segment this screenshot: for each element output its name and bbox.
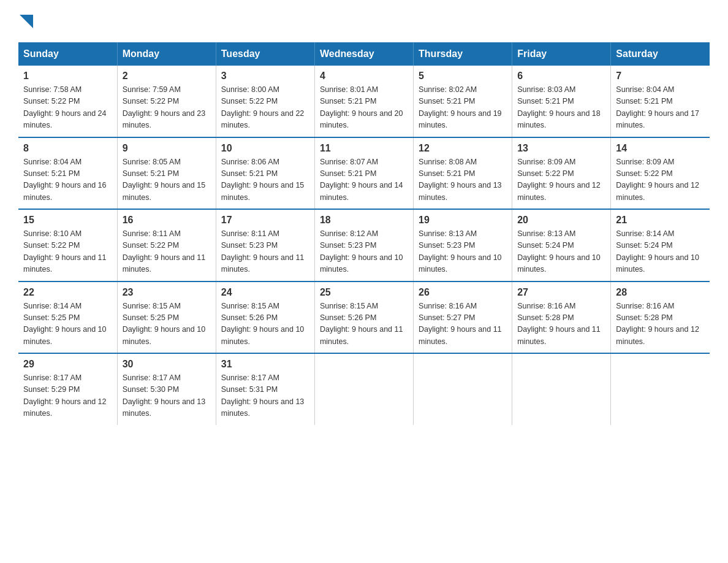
day-number: 24 [221, 287, 309, 298]
day-number: 17 [221, 215, 309, 226]
weekday-header-thursday: Thursday [414, 42, 512, 66]
calendar-cell: 26 Sunrise: 8:16 AMSunset: 5:27 PMDaylig… [414, 282, 512, 354]
day-info: Sunrise: 8:16 AMSunset: 5:27 PMDaylight:… [419, 301, 507, 348]
calendar-cell [611, 353, 710, 425]
day-info: Sunrise: 8:15 AMSunset: 5:26 PMDaylight:… [320, 301, 408, 348]
day-number: 7 [616, 71, 705, 82]
day-number: 30 [123, 359, 211, 370]
day-number: 21 [616, 215, 705, 226]
calendar-week-row: 29 Sunrise: 8:17 AMSunset: 5:29 PMDaylig… [18, 353, 710, 425]
page-header [18, 12, 710, 30]
weekday-header-sunday: Sunday [18, 42, 117, 66]
day-info: Sunrise: 8:15 AMSunset: 5:26 PMDaylight:… [221, 301, 309, 348]
day-number: 18 [320, 215, 408, 226]
calendar-week-row: 15 Sunrise: 8:10 AMSunset: 5:22 PMDaylig… [18, 209, 710, 282]
day-info: Sunrise: 8:15 AMSunset: 5:25 PMDaylight:… [123, 301, 211, 348]
day-number: 8 [23, 143, 112, 154]
calendar-cell: 27 Sunrise: 8:16 AMSunset: 5:28 PMDaylig… [512, 282, 611, 354]
calendar-cell [512, 353, 611, 425]
day-number: 20 [517, 215, 605, 226]
weekday-header-saturday: Saturday [611, 42, 710, 66]
day-number: 19 [419, 215, 507, 226]
calendar-cell: 21 Sunrise: 8:14 AMSunset: 5:24 PMDaylig… [611, 209, 710, 282]
day-info: Sunrise: 8:17 AMSunset: 5:31 PMDaylight:… [221, 372, 309, 420]
day-info: Sunrise: 8:11 AMSunset: 5:22 PMDaylight:… [123, 228, 211, 276]
calendar-cell: 2 Sunrise: 7:59 AMSunset: 5:22 PMDayligh… [117, 66, 216, 137]
weekday-header-monday: Monday [117, 42, 216, 66]
day-info: Sunrise: 8:08 AMSunset: 5:21 PMDaylight:… [419, 156, 507, 204]
calendar-cell: 15 Sunrise: 8:10 AMSunset: 5:22 PMDaylig… [18, 209, 117, 282]
day-number: 2 [123, 71, 211, 82]
day-number: 26 [419, 287, 507, 298]
day-info: Sunrise: 8:14 AMSunset: 5:25 PMDaylight:… [23, 301, 112, 348]
day-info: Sunrise: 8:11 AMSunset: 5:23 PMDaylight:… [221, 228, 309, 276]
day-number: 29 [23, 359, 112, 370]
day-number: 14 [616, 143, 705, 154]
weekday-header-friday: Friday [512, 42, 611, 66]
day-number: 23 [123, 287, 211, 298]
calendar-cell: 24 Sunrise: 8:15 AMSunset: 5:26 PMDaylig… [216, 282, 314, 354]
day-number: 13 [517, 143, 605, 154]
calendar-week-row: 1 Sunrise: 7:58 AMSunset: 5:22 PMDayligh… [18, 66, 710, 137]
calendar-cell: 4 Sunrise: 8:01 AMSunset: 5:21 PMDayligh… [314, 66, 413, 137]
day-info: Sunrise: 8:14 AMSunset: 5:24 PMDaylight:… [616, 228, 705, 276]
day-number: 11 [320, 143, 408, 154]
weekday-header-tuesday: Tuesday [216, 42, 314, 66]
weekday-header-row: SundayMondayTuesdayWednesdayThursdayFrid… [18, 42, 710, 66]
calendar-cell: 31 Sunrise: 8:17 AMSunset: 5:31 PMDaylig… [216, 353, 314, 425]
logo-arrow-icon [20, 15, 33, 28]
calendar-cell: 14 Sunrise: 8:09 AMSunset: 5:22 PMDaylig… [611, 137, 710, 210]
calendar-cell: 17 Sunrise: 8:11 AMSunset: 5:23 PMDaylig… [216, 209, 314, 282]
day-info: Sunrise: 8:10 AMSunset: 5:22 PMDaylight:… [23, 228, 112, 276]
calendar-cell: 9 Sunrise: 8:05 AMSunset: 5:21 PMDayligh… [117, 137, 216, 210]
svg-marker-0 [20, 15, 33, 28]
day-info: Sunrise: 8:02 AMSunset: 5:21 PMDaylight:… [419, 84, 507, 132]
day-info: Sunrise: 7:58 AMSunset: 5:22 PMDaylight:… [23, 84, 112, 132]
calendar-cell: 25 Sunrise: 8:15 AMSunset: 5:26 PMDaylig… [314, 282, 413, 354]
day-info: Sunrise: 8:09 AMSunset: 5:22 PMDaylight:… [616, 156, 705, 204]
calendar-table: SundayMondayTuesdayWednesdayThursdayFrid… [18, 42, 710, 425]
day-info: Sunrise: 8:01 AMSunset: 5:21 PMDaylight:… [320, 84, 408, 132]
day-info: Sunrise: 8:06 AMSunset: 5:21 PMDaylight:… [221, 156, 309, 204]
day-number: 10 [221, 143, 309, 154]
day-info: Sunrise: 8:16 AMSunset: 5:28 PMDaylight:… [517, 301, 605, 348]
calendar-cell: 20 Sunrise: 8:13 AMSunset: 5:24 PMDaylig… [512, 209, 611, 282]
calendar-cell: 7 Sunrise: 8:04 AMSunset: 5:21 PMDayligh… [611, 66, 710, 137]
day-info: Sunrise: 8:13 AMSunset: 5:24 PMDaylight:… [517, 228, 605, 276]
calendar-cell: 13 Sunrise: 8:09 AMSunset: 5:22 PMDaylig… [512, 137, 611, 210]
day-info: Sunrise: 8:04 AMSunset: 5:21 PMDaylight:… [616, 84, 705, 132]
day-number: 9 [123, 143, 211, 154]
day-info: Sunrise: 8:00 AMSunset: 5:22 PMDaylight:… [221, 84, 309, 132]
day-number: 3 [221, 71, 309, 82]
logo [18, 12, 33, 30]
day-number: 1 [23, 71, 112, 82]
day-number: 31 [221, 359, 309, 370]
calendar-week-row: 22 Sunrise: 8:14 AMSunset: 5:25 PMDaylig… [18, 282, 710, 354]
calendar-cell [314, 353, 413, 425]
calendar-cell: 5 Sunrise: 8:02 AMSunset: 5:21 PMDayligh… [414, 66, 512, 137]
day-info: Sunrise: 8:09 AMSunset: 5:22 PMDaylight:… [517, 156, 605, 204]
day-number: 16 [123, 215, 211, 226]
day-info: Sunrise: 8:03 AMSunset: 5:21 PMDaylight:… [517, 84, 605, 132]
calendar-cell: 16 Sunrise: 8:11 AMSunset: 5:22 PMDaylig… [117, 209, 216, 282]
calendar-cell: 30 Sunrise: 8:17 AMSunset: 5:30 PMDaylig… [117, 353, 216, 425]
calendar-cell: 18 Sunrise: 8:12 AMSunset: 5:23 PMDaylig… [314, 209, 413, 282]
day-info: Sunrise: 8:16 AMSunset: 5:28 PMDaylight:… [616, 301, 705, 348]
day-info: Sunrise: 8:13 AMSunset: 5:23 PMDaylight:… [419, 228, 507, 276]
calendar-cell: 11 Sunrise: 8:07 AMSunset: 5:21 PMDaylig… [314, 137, 413, 210]
calendar-cell: 6 Sunrise: 8:03 AMSunset: 5:21 PMDayligh… [512, 66, 611, 137]
calendar-cell: 3 Sunrise: 8:00 AMSunset: 5:22 PMDayligh… [216, 66, 314, 137]
day-info: Sunrise: 8:17 AMSunset: 5:30 PMDaylight:… [123, 372, 211, 420]
calendar-cell: 12 Sunrise: 8:08 AMSunset: 5:21 PMDaylig… [414, 137, 512, 210]
calendar-cell [414, 353, 512, 425]
calendar-cell: 8 Sunrise: 8:04 AMSunset: 5:21 PMDayligh… [18, 137, 117, 210]
day-info: Sunrise: 8:07 AMSunset: 5:21 PMDaylight:… [320, 156, 408, 204]
day-number: 6 [517, 71, 605, 82]
day-info: Sunrise: 8:17 AMSunset: 5:29 PMDaylight:… [23, 372, 112, 420]
day-number: 27 [517, 287, 605, 298]
calendar-cell: 28 Sunrise: 8:16 AMSunset: 5:28 PMDaylig… [611, 282, 710, 354]
calendar-cell: 19 Sunrise: 8:13 AMSunset: 5:23 PMDaylig… [414, 209, 512, 282]
calendar-cell: 22 Sunrise: 8:14 AMSunset: 5:25 PMDaylig… [18, 282, 117, 354]
day-info: Sunrise: 8:05 AMSunset: 5:21 PMDaylight:… [123, 156, 211, 204]
calendar-cell: 1 Sunrise: 7:58 AMSunset: 5:22 PMDayligh… [18, 66, 117, 137]
